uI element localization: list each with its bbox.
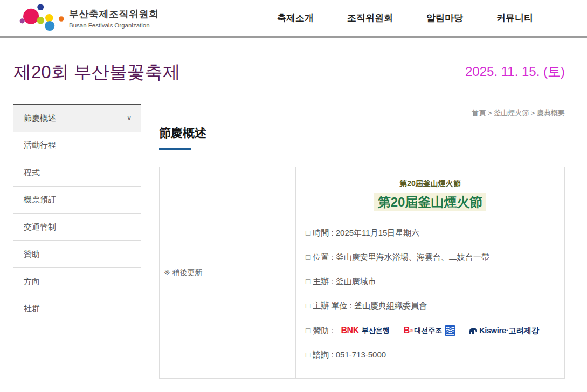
- logo-circles-icon: [16, 3, 66, 34]
- sidebar-item-schedule[interactable]: 活動行程: [13, 132, 141, 160]
- sidebar-item-overview[interactable]: 節慶概述 ∨: [13, 105, 141, 132]
- logo-title: 부산축제조직위원회: [69, 8, 159, 20]
- info-row-inquiry: □ 諮詢 : 051-713-5000: [306, 350, 555, 360]
- sponsor-daesun-logo[interactable]: B® 대선주조: [404, 325, 455, 336]
- sidebar-item-traffic-control[interactable]: 交通管制: [13, 214, 141, 241]
- site-header: 부산축제조직위원회 Busan Festivals Organization 축…: [0, 0, 587, 38]
- breadcrumb[interactable]: 首頁 > 釜山煙火節 > 慶典概要: [159, 108, 565, 118]
- info-row-sponsors: □ 贊助 : BNK 부산은행 B® 대선주조: [306, 325, 555, 336]
- page-title: 제20회 부산불꽃축제: [13, 63, 181, 82]
- site-logo[interactable]: 부산축제조직위원회 Busan Festivals Organization: [16, 3, 159, 34]
- sidebar-item-label: 節慶概述: [24, 113, 56, 123]
- bnk-korean-name: 부산은행: [362, 326, 390, 335]
- sidebar-item-directions[interactable]: 方向: [13, 268, 141, 295]
- festival-date: 2025. 11. 15. (토): [465, 63, 565, 82]
- page-title-row: 제20회 부산불꽃축제 2025. 11. 15. (토): [13, 38, 565, 82]
- kiswire-wordmark: Kiswire·고려제강: [479, 326, 539, 336]
- sidebar-item-program[interactable]: 程式: [13, 159, 141, 187]
- info-row-host: □ 主辦 : 釜山廣域市: [306, 277, 555, 287]
- festival-info-table: ※ 稍後更新 第20屆釜山煙火節 第20屆釜山煙火節 □ 時間 : 2025年1…: [159, 167, 565, 379]
- sponsor-bnk-busan-bank-logo[interactable]: BNK 부산은행: [341, 326, 390, 335]
- info-row-location: □ 位置 : 釜山廣安里海水浴場、海雲台、二妓台一帶: [306, 252, 555, 263]
- sidebar-item-label: 方向: [24, 277, 40, 287]
- logo-subtitle: Busan Festivals Organization: [69, 22, 159, 29]
- festival-title: 第20屆釜山煙火節: [374, 193, 487, 211]
- sponsor-row-label: □ 贊助 :: [306, 326, 334, 336]
- update-note: ※ 稍後更新: [164, 268, 203, 278]
- sidebar-item-community[interactable]: 社群: [13, 295, 141, 323]
- daesun-waves-icon: [445, 325, 455, 336]
- info-row-time: □ 時間 : 2025年11月15日星期六: [306, 228, 555, 238]
- registered-mark-icon: ®: [410, 328, 413, 333]
- chevron-down-icon: ∨: [127, 114, 132, 122]
- sponsor-kiswire-logo[interactable]: Kiswire·고려제강: [468, 326, 539, 336]
- sidebar-item-ticket-booking[interactable]: 機票預訂: [13, 187, 141, 214]
- nav-item-notice[interactable]: 알림마당: [426, 12, 463, 24]
- festival-subtitle: 第20屆釜山煙火節: [306, 179, 555, 189]
- kiswire-elephant-icon: [468, 327, 478, 334]
- daesun-b-mark: B: [404, 326, 410, 335]
- detail-cell: 第20屆釜山煙火節 第20屆釜山煙火節 □ 時間 : 2025年11月15日星期…: [296, 167, 564, 378]
- daesun-korean-name: 대선주조: [414, 326, 442, 335]
- sidebar-item-label: 社群: [24, 304, 40, 314]
- logo-text: 부산축제조직위원회 Busan Festivals Organization: [69, 8, 159, 29]
- sidebar-item-label: 贊助: [24, 249, 40, 259]
- main-nav: 축제소개 조직위원회 알림마당 커뮤니티: [277, 12, 533, 24]
- note-cell: ※ 稍後更新: [160, 167, 296, 378]
- festival-title-wrap: 第20屆釜山煙火節: [306, 193, 555, 211]
- heading-underline-bar: [159, 148, 191, 150]
- sidebar-menu: 節慶概述 ∨ 活動行程 程式 機票預訂 交通管制 贊助 方向 社群: [13, 104, 141, 379]
- sidebar-item-label: 活動行程: [24, 140, 56, 150]
- content-area: 首頁 > 釜山煙火節 > 慶典概要 節慶概述 ※ 稍後更新 第20屆釜山煙火節 …: [141, 104, 565, 379]
- info-row-organizer: □ 主辦 單位 : 釜山慶典組織委員會: [306, 301, 555, 311]
- bnk-wordmark: BNK: [341, 326, 359, 335]
- sidebar-item-sponsor[interactable]: 贊助: [13, 241, 141, 269]
- nav-item-festival-intro[interactable]: 축제소개: [277, 12, 314, 24]
- nav-item-organization[interactable]: 조직위원회: [347, 12, 393, 24]
- content-heading: 節慶概述: [159, 125, 565, 141]
- sidebar-item-label: 程式: [24, 168, 40, 178]
- nav-item-community[interactable]: 커뮤니티: [496, 12, 533, 24]
- sidebar-item-label: 機票預訂: [24, 195, 56, 205]
- main-area: 節慶概述 ∨ 活動行程 程式 機票預訂 交通管制 贊助 方向 社群 首頁 > 釜…: [13, 104, 565, 379]
- sidebar-item-label: 交通管制: [24, 222, 56, 232]
